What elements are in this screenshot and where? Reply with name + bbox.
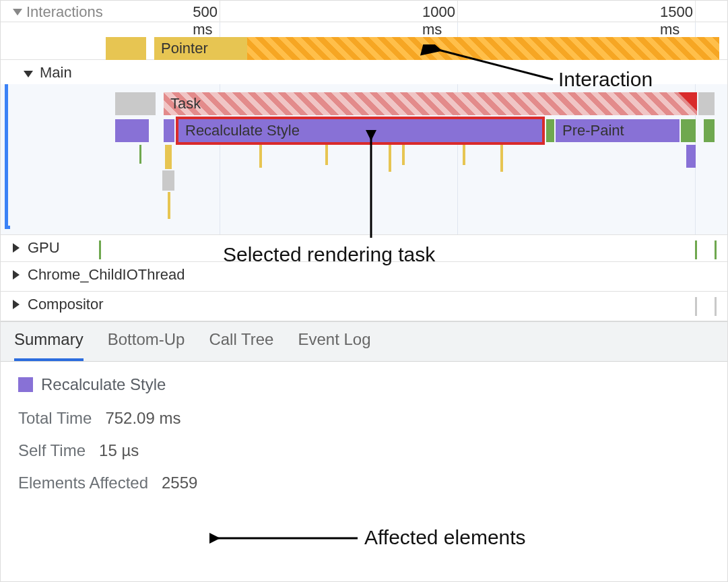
main-track-header[interactable]: Main bbox=[11, 63, 77, 83]
pre-paint-label: Pre-Paint bbox=[556, 119, 680, 142]
summary-title-row: Recalculate Style bbox=[18, 375, 710, 394]
flame-segment-gray-2[interactable] bbox=[698, 92, 715, 115]
childio-track-row[interactable]: Chrome_ChildIOThread bbox=[1, 262, 727, 292]
tab-event-log[interactable]: Event Log bbox=[298, 330, 370, 354]
recalculate-style-label: Recalculate Style bbox=[178, 119, 542, 142]
childio-track-label: Chrome_ChildIOThread bbox=[28, 266, 185, 284]
gpu-track-header[interactable]: GPU bbox=[1, 235, 727, 258]
timeline-ruler: Interactions 500 ms 1000 ms 1500 ms bbox=[1, 1, 727, 22]
compositor-track-header[interactable]: Compositor bbox=[1, 292, 727, 315]
interactions-track-label: Interactions bbox=[26, 3, 103, 21]
chevron-right-icon bbox=[13, 266, 25, 284]
gpu-tick bbox=[695, 240, 697, 259]
interaction-pointer-pending[interactable] bbox=[247, 37, 719, 60]
gpu-tick bbox=[715, 240, 717, 259]
flame-segment-purple-2[interactable] bbox=[164, 119, 174, 142]
flame-segment-green-3[interactable] bbox=[704, 119, 715, 142]
chevron-right-icon bbox=[13, 296, 25, 313]
flame-segment-purple-3[interactable] bbox=[686, 145, 696, 168]
summary-task-name: Recalculate Style bbox=[41, 375, 166, 394]
compositor-track-row[interactable]: Compositor bbox=[1, 292, 727, 321]
tab-bottom-up[interactable]: Bottom-Up bbox=[108, 330, 185, 354]
interactions-track-header[interactable]: Interactions bbox=[13, 3, 103, 21]
flame-tick bbox=[165, 145, 172, 169]
recalculate-style-bar[interactable]: Recalculate Style bbox=[176, 117, 545, 145]
gpu-track-row[interactable]: GPU bbox=[1, 235, 727, 262]
flame-tick bbox=[168, 192, 170, 219]
flame-tick bbox=[500, 145, 503, 172]
flame-tick bbox=[463, 145, 465, 165]
chevron-right-icon bbox=[13, 239, 25, 257]
summary-self-time-value: 15 µs bbox=[99, 441, 139, 460]
summary-panel: Recalculate Style Total Time 752.09 ms S… bbox=[1, 360, 727, 521]
chevron-down-icon bbox=[24, 64, 37, 82]
gpu-tick bbox=[99, 240, 101, 259]
tab-summary[interactable]: Summary bbox=[14, 330, 84, 361]
task-bar[interactable]: Task bbox=[164, 92, 697, 115]
annotation-affected: Affected elements bbox=[364, 526, 526, 549]
main-track-label: Main bbox=[40, 64, 72, 82]
summary-total-time-label: Total Time bbox=[18, 409, 92, 428]
flame-segment-gray[interactable] bbox=[115, 92, 156, 115]
compositor-tick bbox=[695, 297, 697, 316]
flame-tick bbox=[325, 145, 328, 165]
chevron-down-icon bbox=[13, 7, 26, 18]
summary-elements-label: Elements Affected bbox=[18, 474, 148, 492]
compositor-track-label: Compositor bbox=[28, 296, 103, 313]
gpu-track-label: GPU bbox=[28, 239, 60, 257]
flame-tick bbox=[162, 170, 174, 191]
arrow-icon bbox=[209, 526, 364, 553]
summary-self-time-label: Self Time bbox=[18, 441, 86, 460]
summary-total-time-value: 752.09 ms bbox=[105, 409, 180, 428]
interaction-pointer-label: Pointer bbox=[154, 37, 247, 60]
flame-tick bbox=[259, 145, 262, 168]
compositor-tick bbox=[715, 297, 717, 316]
task-bar-label: Task bbox=[164, 92, 697, 115]
color-swatch-icon bbox=[18, 377, 33, 392]
flame-tick bbox=[389, 145, 391, 172]
flame-tick bbox=[139, 145, 141, 164]
flame-segment-green[interactable] bbox=[546, 119, 554, 142]
pre-paint-bar[interactable]: Pre-Paint bbox=[556, 119, 680, 142]
interaction-prelude-bar[interactable] bbox=[106, 37, 146, 60]
flame-segment-purple[interactable] bbox=[115, 119, 149, 142]
interaction-pointer-bar[interactable]: Pointer bbox=[154, 37, 247, 60]
selection-bracket-icon bbox=[5, 60, 10, 229]
long-task-warning-icon bbox=[678, 92, 697, 111]
main-track: Main Task Recalculate Style Pre-Paint bbox=[1, 60, 727, 235]
tab-call-tree[interactable]: Call Tree bbox=[209, 330, 273, 354]
detail-tabs: Summary Bottom-Up Call Tree Event Log bbox=[1, 321, 727, 362]
childio-track-header[interactable]: Chrome_ChildIOThread bbox=[1, 262, 727, 285]
flame-segment-green-2[interactable] bbox=[681, 119, 696, 142]
flame-tick bbox=[402, 145, 405, 165]
summary-elements-value: 2559 bbox=[162, 474, 197, 492]
